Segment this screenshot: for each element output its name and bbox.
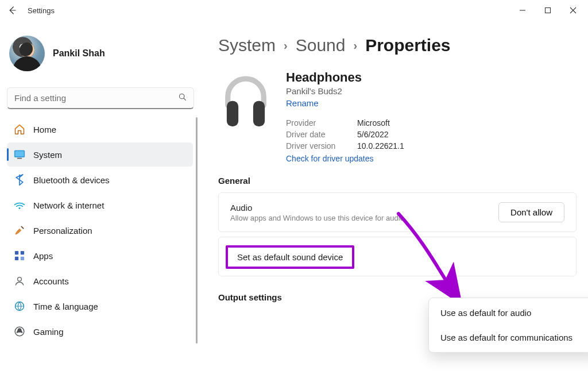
driver-date-label: Driver date: [286, 130, 343, 139]
set-default-card: Set as default sound device: [218, 237, 577, 276]
user-block[interactable]: Pankil Shah: [7, 31, 196, 76]
chevron-right-icon: ›: [283, 39, 289, 52]
audio-card-desc: Allow apps and Windows to use this devic…: [230, 214, 404, 222]
sidebar-item-network[interactable]: Network & internet: [7, 193, 193, 217]
sidebar-item-accounts[interactable]: Accounts: [7, 269, 193, 293]
apps-icon: [14, 250, 25, 261]
sidebar-item-label: Time & language: [33, 302, 98, 311]
svg-rect-9: [21, 257, 24, 260]
avatar: [9, 36, 45, 71]
general-section-title: General: [218, 176, 577, 186]
driver-version-label: Driver version: [286, 141, 343, 151]
sidebar-item-personalization[interactable]: Personalization: [7, 218, 193, 242]
provider-label: Provider: [286, 118, 343, 128]
home-icon: [14, 124, 25, 135]
sidebar-menu: Home System Bluetooth & devices Network …: [7, 117, 196, 344]
sidebar-item-label: Network & internet: [33, 200, 104, 210]
sidebar-item-bluetooth[interactable]: Bluetooth & devices: [7, 168, 193, 192]
breadcrumb-sound[interactable]: Sound: [296, 36, 346, 55]
window-title: Settings: [22, 6, 55, 15]
provider-value: Microsoft: [357, 118, 390, 128]
maximize-button[interactable]: [535, 1, 560, 20]
sidebar-item-apps[interactable]: Apps: [7, 244, 193, 268]
search-input[interactable]: [7, 87, 194, 109]
sidebar-item-label: Accounts: [33, 276, 69, 286]
sidebar-item-label: Gaming: [33, 327, 64, 337]
time-language-icon: [14, 300, 25, 312]
sidebar: Pankil Shah Home System Bluetooth & devi…: [0, 21, 201, 378]
sidebar-item-label: System: [33, 150, 62, 160]
sidebar-item-home[interactable]: Home: [7, 117, 193, 141]
sidebar-item-label: Apps: [33, 251, 53, 261]
svg-rect-6: [15, 251, 18, 254]
svg-point-5: [18, 207, 20, 209]
driver-version-value: 10.0.22621.1: [357, 141, 404, 151]
system-icon: [14, 149, 25, 160]
network-icon: [14, 199, 25, 211]
svg-point-10: [18, 277, 22, 281]
sidebar-item-time-language[interactable]: Time & language: [7, 294, 193, 318]
sidebar-item-label: Personalization: [33, 226, 92, 236]
close-button[interactable]: [560, 1, 586, 20]
personalization-icon: [14, 225, 25, 236]
default-device-menu: Use as default for audio Use as default …: [428, 298, 588, 353]
minimize-button[interactable]: [510, 1, 535, 20]
set-default-sound-device-button[interactable]: Set as default sound device: [226, 245, 354, 269]
bluetooth-icon: [14, 174, 25, 186]
svg-rect-3: [16, 151, 24, 156]
audio-card-title: Audio: [230, 203, 404, 213]
rename-link[interactable]: Rename: [286, 98, 404, 108]
search-icon: [178, 92, 187, 104]
user-name: Pankil Shah: [53, 48, 105, 59]
menu-option-default-communications[interactable]: Use as default for communications: [431, 325, 588, 350]
breadcrumb: System › Sound › Properties: [218, 36, 577, 55]
breadcrumb-system[interactable]: System: [218, 36, 276, 55]
device-name: Headphones: [286, 70, 404, 85]
menu-option-default-audio[interactable]: Use as default for audio: [431, 300, 588, 325]
dont-allow-button[interactable]: Don't allow: [498, 202, 564, 222]
driver-date-value: 5/6/2022: [357, 130, 389, 139]
sidebar-item-gaming[interactable]: Gaming: [7, 319, 193, 344]
svg-rect-7: [21, 251, 24, 254]
check-driver-updates-link[interactable]: Check for driver updates: [286, 154, 404, 163]
sidebar-item-system[interactable]: System: [7, 142, 193, 167]
device-subtitle: Pankil's Buds2: [286, 86, 404, 96]
svg-rect-4: [17, 158, 22, 159]
svg-rect-0: [546, 8, 551, 13]
chevron-right-icon: ›: [352, 39, 358, 52]
svg-rect-14: [253, 101, 265, 126]
sidebar-item-label: Bluetooth & devices: [33, 175, 110, 185]
accounts-icon: [14, 275, 25, 287]
svg-rect-8: [15, 257, 18, 260]
gaming-icon: [14, 326, 25, 337]
svg-rect-13: [227, 101, 238, 126]
sidebar-item-label: Home: [33, 125, 56, 134]
main-content: System › Sound › Properties Headphones P…: [201, 21, 588, 378]
headphones-icon: [218, 70, 273, 163]
breadcrumb-current: Properties: [365, 36, 450, 55]
back-button[interactable]: [2, 1, 22, 20]
audio-card: Audio Allow apps and Windows to use this…: [218, 192, 577, 232]
